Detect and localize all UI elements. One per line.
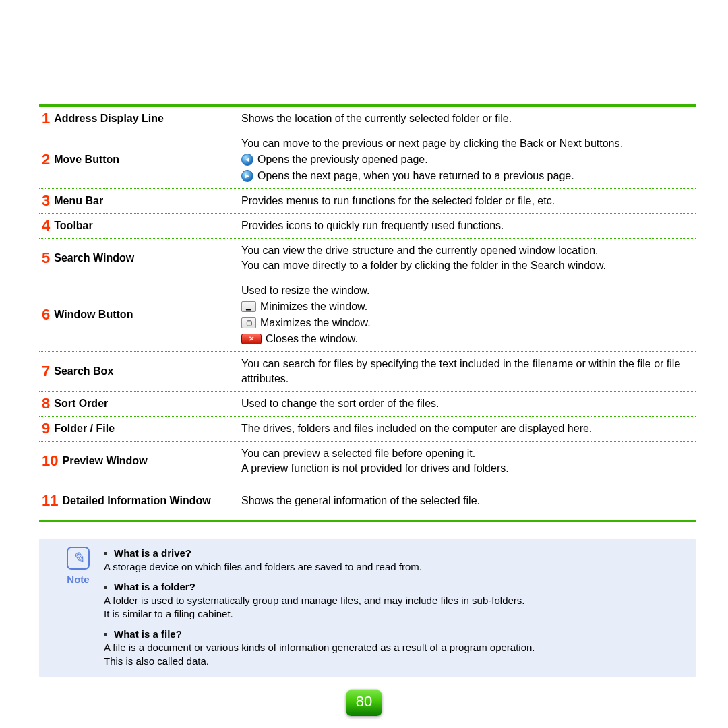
row-number: 11 bbox=[42, 493, 58, 508]
row-description-line: A preview function is not provided for d… bbox=[241, 461, 696, 476]
row-number: 3 bbox=[42, 193, 50, 208]
row-label: Search Window bbox=[54, 251, 134, 266]
note-content: What is a drive? A storage device on whi… bbox=[104, 547, 684, 668]
minimize-icon: ▁ bbox=[241, 301, 256, 312]
table-row: 6 Window Button Used to resize the windo… bbox=[39, 278, 696, 352]
row-label: Menu Bar bbox=[54, 193, 103, 208]
minimize-description: Minimizes the window. bbox=[260, 299, 367, 314]
note-answer: A storage device on which files and fold… bbox=[104, 560, 684, 574]
note-question: What is a drive? bbox=[114, 547, 191, 559]
note-icon: ✎ bbox=[67, 547, 90, 570]
note-label: Note bbox=[53, 574, 104, 585]
close-description: Closes the window. bbox=[266, 332, 358, 346]
row-description-line: You can move to the previous or next pag… bbox=[241, 136, 696, 151]
row-number: 6 bbox=[42, 307, 50, 322]
row-description: Shows the location of the currently sele… bbox=[241, 111, 696, 126]
bullet-icon bbox=[104, 586, 107, 589]
close-icon: ✕ bbox=[241, 334, 262, 344]
row-number: 5 bbox=[42, 251, 50, 266]
document-page: 1 Address Display Line Shows the locatio… bbox=[0, 0, 728, 677]
row-number: 10 bbox=[42, 454, 58, 468]
row-description: Provides menus to run functions for the … bbox=[241, 193, 696, 208]
note-answer: A file is a document or various kinds of… bbox=[104, 641, 684, 655]
note-box: ✎ Note What is a drive? A storage device… bbox=[39, 539, 696, 677]
row-label: Preview Window bbox=[62, 454, 147, 468]
row-label: Window Button bbox=[54, 307, 133, 322]
next-description: Opens the next page, when you have retur… bbox=[257, 169, 574, 183]
table-row: 2 Move Button You can move to the previo… bbox=[39, 131, 696, 189]
row-description: You can preview a selected file before o… bbox=[241, 446, 696, 476]
page-number: 80 bbox=[346, 689, 382, 716]
table-row: 3 Menu Bar Provides menus to run functio… bbox=[39, 189, 696, 214]
note-answer: A folder is used to systematically group… bbox=[104, 594, 684, 607]
row-label: Sort Order bbox=[54, 396, 108, 411]
row-number: 1 bbox=[42, 111, 50, 126]
row-description: You can move to the previous or next pag… bbox=[241, 136, 696, 183]
row-description: You can search for files by specifying t… bbox=[241, 357, 696, 386]
row-label: Move Button bbox=[54, 152, 119, 167]
maximize-description: Maximizes the window. bbox=[260, 315, 371, 330]
next-icon: ► bbox=[241, 170, 253, 182]
back-icon: ◄ bbox=[241, 154, 253, 166]
note-question: What is a folder? bbox=[114, 581, 195, 593]
table-row: 10 Preview Window You can preview a sele… bbox=[39, 442, 696, 481]
note-item: What is a folder? A folder is used to sy… bbox=[104, 580, 684, 621]
note-answer: This is also called data. bbox=[104, 655, 684, 668]
row-number: 7 bbox=[42, 364, 50, 379]
note-item: What is a drive? A storage device on whi… bbox=[104, 547, 684, 574]
table-row: 11 Detailed Information Window Shows the… bbox=[39, 481, 696, 520]
row-description: Shows the general information of the sel… bbox=[241, 493, 696, 508]
row-description: Provides icons to quickly run frequently… bbox=[241, 218, 696, 233]
row-description-line: You can move directly to a folder by cli… bbox=[241, 258, 696, 273]
reference-table: 1 Address Display Line Shows the locatio… bbox=[39, 104, 696, 522]
row-label: Folder / File bbox=[54, 421, 115, 436]
back-description: Opens the previously opened page. bbox=[257, 152, 428, 167]
note-item: What is a file? A file is a document or … bbox=[104, 628, 684, 668]
row-number: 9 bbox=[42, 421, 50, 436]
row-description-line: Used to resize the window. bbox=[241, 283, 696, 298]
row-number: 8 bbox=[42, 396, 50, 411]
row-description-line: You can view the drive structure and the… bbox=[241, 243, 696, 258]
table-row: 1 Address Display Line Shows the locatio… bbox=[39, 107, 696, 131]
note-question: What is a file? bbox=[114, 628, 182, 640]
row-description: You can view the drive structure and the… bbox=[241, 243, 696, 273]
row-label: Detailed Information Window bbox=[62, 493, 210, 508]
maximize-icon: ▢ bbox=[241, 317, 256, 328]
row-number: 4 bbox=[42, 218, 50, 233]
row-description: Used to change the sort order of the fil… bbox=[241, 396, 696, 411]
row-label: Address Display Line bbox=[54, 111, 164, 126]
bullet-icon bbox=[104, 633, 107, 636]
row-label: Search Box bbox=[54, 364, 113, 379]
row-description-line: You can preview a selected file before o… bbox=[241, 446, 696, 461]
table-row: 7 Search Box You can search for files by… bbox=[39, 352, 696, 392]
table-row: 9 Folder / File The drives, folders and … bbox=[39, 417, 696, 442]
table-row: 4 Toolbar Provides icons to quickly run … bbox=[39, 214, 696, 239]
table-row: 5 Search Window You can view the drive s… bbox=[39, 239, 696, 278]
row-label: Toolbar bbox=[54, 218, 92, 233]
row-description: The drives, folders and files included o… bbox=[241, 421, 696, 436]
table-row: 8 Sort Order Used to change the sort ord… bbox=[39, 392, 696, 417]
page-footer: 80 bbox=[0, 689, 728, 716]
row-description: Used to resize the window. ▁ Minimizes t… bbox=[241, 283, 696, 346]
row-number: 2 bbox=[42, 152, 50, 167]
bullet-icon bbox=[104, 552, 107, 555]
note-answer: It is similar to a filing cabinet. bbox=[104, 607, 684, 621]
